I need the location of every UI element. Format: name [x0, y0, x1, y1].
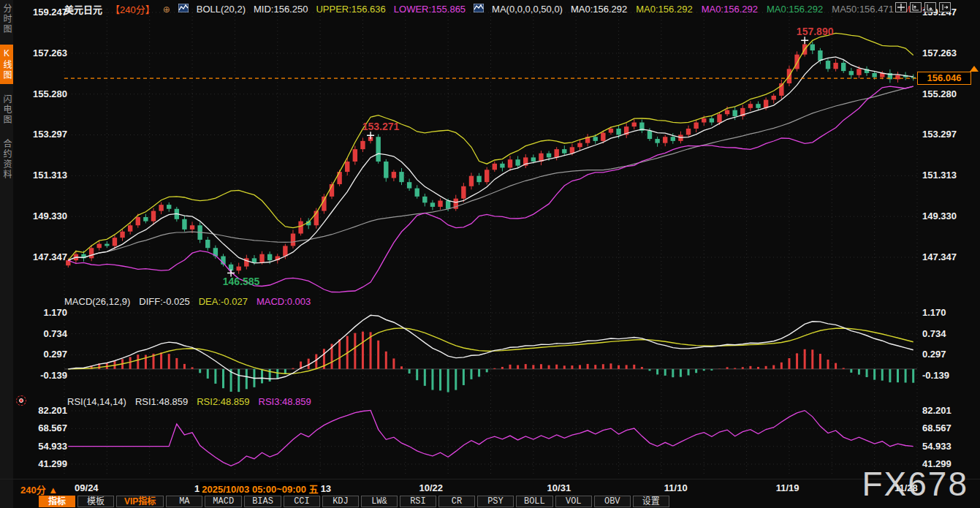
zoom-axis-right-icon[interactable] [924, 2, 936, 12]
y-axis-label: 157.263 [922, 48, 978, 58]
boll-label: BOLL(20,2) [197, 4, 246, 15]
y-axis-label: 54.933 [15, 441, 67, 452]
time-axis: 240分 ▲ 1 2025/10/03 05:00~09:00 五 13 09/… [0, 479, 980, 496]
macd-title: MACD(26,12,9) [64, 296, 130, 307]
y-axis-label: 147.347 [922, 252, 978, 262]
last-price-tag: 156.046 [917, 72, 971, 85]
toolbar-button-BOLL[interactable]: BOLL [516, 496, 553, 507]
y-axis-label: 1.170 [15, 308, 67, 318]
date-label: 10/22 [419, 482, 444, 493]
period-tag[interactable]: 【240分】 [110, 2, 155, 16]
y-axis-label: 149.330 [922, 211, 978, 221]
y-axis-label: 159.247 [15, 7, 67, 18]
boll-upper-value: UPPER:156.636 [316, 4, 385, 15]
ma-readout: MA0:156.292 [636, 4, 692, 15]
y-axis-label: 151.313 [922, 170, 978, 181]
chart-tool-icons [895, 2, 951, 12]
y-axis-label: -0.139 [15, 371, 67, 381]
y-axis-label: 153.297 [15, 129, 67, 140]
toolbar-button-RSI[interactable]: RSI [400, 496, 436, 507]
svg-text:146.585: 146.585 [223, 276, 260, 287]
fx678-watermark: FX678 [862, 464, 968, 504]
toolbar-button-模板[interactable]: 模板 [77, 496, 114, 507]
y-axis-label: 147.347 [15, 252, 67, 262]
macd-panel-header: MACD(26,12,9) DIFF:-0.025 DEA:-0.027 MAC… [64, 296, 311, 307]
sidebar-tab[interactable]: 闪电图 [0, 91, 13, 129]
y-axis-label: -0.139 [922, 371, 978, 381]
toolbar-button-OBV[interactable]: OBV [594, 496, 631, 507]
chart-type-sidebar: 分时图K线图闪电图合约资料 [0, 0, 13, 508]
y-axis-label: 0.734 [922, 329, 978, 339]
date-label: 09/24 [75, 482, 99, 493]
date-label-fragment: 1 [194, 483, 200, 494]
toolbar-button-CR[interactable]: CR [438, 496, 475, 507]
zoom-axis-left-icon[interactable] [910, 2, 922, 12]
period-up-arrow-icon: ▲ [48, 485, 58, 496]
y-axis-label: 41.299 [15, 459, 67, 469]
date-label-fragment: 13 [321, 483, 331, 494]
tooltip-datetime: 2025/10/03 05:00~09:00 五 [200, 482, 320, 496]
rsi1-value: RSI1:48.859 [135, 396, 188, 407]
toolbar-button-VIP指标[interactable]: VIP指标 [116, 496, 164, 507]
toolbar-button-LW&[interactable]: LW& [361, 496, 398, 507]
rsi2-value: RSI2:48.859 [197, 396, 249, 407]
toolbar-button-VOL[interactable]: VOL [555, 496, 592, 507]
boll-mid-value: MID:156.250 [254, 4, 308, 15]
sidebar-tab[interactable]: 分时图 [0, 0, 13, 38]
price-marker-icon [970, 66, 979, 72]
svg-text:157.890: 157.890 [797, 26, 834, 37]
y-axis-label: 0.297 [15, 349, 67, 360]
y-axis-label: 0.734 [15, 329, 67, 339]
ma-readout: MA0:156.292 [702, 4, 758, 15]
toolbar-button-MA[interactable]: MA [166, 496, 202, 507]
date-label: 11/10 [664, 482, 688, 493]
macd-macd-value: MACD:0.003 [257, 296, 311, 307]
toolbar-button-BIAS[interactable]: BIAS [244, 496, 281, 507]
sidebar-tab[interactable]: 合约资料 [0, 135, 13, 183]
date-label: 10/31 [547, 482, 571, 493]
y-axis-label: 82.201 [922, 406, 978, 416]
date-label: 11/19 [776, 482, 799, 493]
toolbar-button-设置[interactable]: 设置 [633, 496, 669, 507]
rsi3-value: RSI3:48.859 [259, 396, 311, 407]
pan-right-icon[interactable] [939, 2, 951, 12]
toolbar-button-指标[interactable]: 指标 [39, 496, 75, 507]
alert-burst-icon[interactable] [16, 395, 26, 406]
toolbar-button-PSY[interactable]: PSY [477, 496, 514, 507]
y-axis-label: 54.933 [922, 441, 978, 452]
y-axis-label: 157.263 [15, 48, 67, 58]
toolbar-button-CCI[interactable]: CCI [284, 496, 320, 507]
rsi-title: RSI(14,14,14) [67, 396, 126, 407]
y-axis-label: 0.297 [922, 349, 978, 360]
macd-dea-value: DEA:-0.027 [199, 296, 248, 307]
y-axis-label: 149.330 [15, 211, 67, 221]
crosshair-date-tooltip: 1 2025/10/03 05:00~09:00 五 13 [194, 482, 331, 496]
chart-application-window: 分时图K线图闪电图合约资料 美元日元 【240分】 ⊕ BOLL(20,2) M… [0, 0, 980, 508]
crosshair-move-icon[interactable] [895, 2, 907, 12]
sidebar-tab[interactable]: K线图 [0, 45, 13, 84]
ma-indicator-icon[interactable] [474, 4, 484, 15]
y-axis-label: 153.297 [922, 129, 978, 140]
y-axis-label: 151.313 [15, 170, 67, 181]
y-axis-label: 1.170 [922, 308, 978, 318]
svg-text:153.271: 153.271 [362, 121, 400, 132]
y-axis-label: 82.201 [15, 406, 67, 416]
y-axis-label: 155.280 [922, 89, 978, 99]
rsi-panel-header: RSI(14,14,14) RSI1:48.859 RSI2:48.859 RS… [67, 396, 311, 407]
ma-readout: MA0:156.292 [571, 4, 627, 15]
y-axis-label: 155.280 [15, 89, 67, 99]
circled-plus-icon[interactable]: ⊕ [163, 4, 170, 15]
ma-readout: MA50:156.471 [832, 4, 894, 15]
boll-lower-value: LOWER:155.865 [394, 4, 466, 15]
ma-readout: MA0:156.292 [767, 4, 823, 15]
y-axis-label: 68.567 [922, 423, 978, 433]
toolbar-button-KDJ[interactable]: KDJ [322, 496, 359, 507]
symbol-name: 美元日元 [64, 2, 102, 16]
macd-diff-value: DIFF:-0.025 [139, 296, 189, 307]
boll-indicator-icon[interactable] [178, 4, 189, 15]
ma-group-label: MA(0,0,0,0,50,0) [492, 4, 563, 15]
toolbar-button-MACD[interactable]: MACD [205, 496, 242, 507]
chart-canvas[interactable]: 157.890153.271146.585 [13, 0, 980, 481]
y-axis-label: 68.567 [15, 423, 67, 433]
period-selector[interactable]: 240分 ▲ [20, 482, 58, 496]
